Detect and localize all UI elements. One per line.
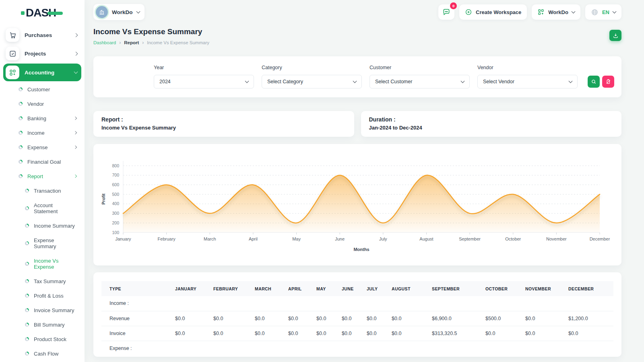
sidebar-report-item-income-vs-expense[interactable]: Income Vs Expense [3,253,81,274]
sidebar-subitem-financial-goal[interactable]: Financial Goal [3,154,81,169]
row-value: $500.0 [485,311,525,326]
bullet-ring-icon [25,262,29,266]
sidebar-report-item-income-summary[interactable]: Income Summary [3,218,81,233]
row-value: $0.0 [288,326,316,341]
sidebar-subitem-vendor[interactable]: Vendor [3,97,81,111]
sidebar-report-item-label: Profit & Loss [34,293,64,299]
sidebar-subitem-banking[interactable]: Banking [3,111,81,125]
category-select[interactable]: Select Category [262,75,362,88]
apply-filter-button[interactable] [588,76,600,88]
breadcrumb-item[interactable]: Dashboard [93,40,116,45]
sidebar-report-item-label: Cash Flow [34,351,58,357]
column-header: AUGUST [392,281,432,296]
year-select[interactable]: 2024 [154,75,254,88]
row-value: $6,900.0 [432,311,485,326]
chevron-right-icon [74,33,78,37]
breadcrumb-separator: › [142,40,144,45]
sidebar-subitem-report[interactable]: Report [3,169,81,183]
sidebar-report-item-product-stock[interactable]: Product Stock [3,332,81,346]
sidebar-subitem-expense[interactable]: Expense [3,140,81,154]
chevron-down-icon [353,79,357,83]
column-header: SEPTEMBER [432,281,485,296]
column-header: MAY [316,281,342,296]
sidebar-report-item-profit-loss[interactable]: Profit & Loss [3,288,81,303]
row-type: Revenue [101,311,175,326]
language-code: EN [602,9,609,15]
sidebar-report-item-cash-flow[interactable]: Cash Flow [3,346,81,361]
sidebar-report-item-transaction[interactable]: Transaction [3,183,81,198]
filter-label: Year [154,65,254,70]
plus-circle-icon [465,8,472,16]
sidebar-report-item-account-statement[interactable]: Account Statement [3,198,81,218]
download-button[interactable] [609,30,621,41]
table-body: Income :Revenue$0.0$0.0$0.0$0.0$0.0$0.0$… [101,296,613,356]
profit-area-chart[interactable]: 100200300400500600700800JanuaryFebruaryM… [100,152,615,257]
select-value: 2024 [159,79,171,84]
row-value: $0.0 [213,311,255,326]
section-heading: Income : [101,296,613,311]
report-value: Income Vs Expense Summary [101,125,346,131]
svg-text:February: February [158,237,176,241]
sidebar-report-item-expense-summary[interactable]: Expense Summary [3,233,81,253]
sidebar-subitem-label: Customer [27,86,50,93]
row-value: $0.0 [316,326,342,341]
customer-select[interactable]: Select Customer [369,75,470,88]
row-value: $0.0 [485,326,525,341]
cart-icon [6,28,19,42]
chevron-down-icon [136,10,140,14]
page-header: Income Vs Expense Summary Dashboard›Repo… [93,27,621,45]
sidebar-report-item-label: Income Vs Expense [34,258,76,270]
sidebar-item-accounting[interactable]: Accounting [3,64,81,81]
bullet-ring-icon [19,160,23,164]
chevron-right-icon [74,131,77,134]
filter-label: Category [262,65,362,70]
create-workspace-button[interactable]: Create Workspace [459,4,527,20]
svg-text:100: 100 [112,230,119,235]
building-icon [99,9,105,15]
report-label: Report : [101,116,346,123]
chevron-down-icon [461,79,465,83]
sidebar-report-item-bill-summary[interactable]: Bill Summary [3,317,81,332]
workspace-name: WorkDo [112,9,133,15]
sidebar-subitem-income[interactable]: Income [3,125,81,140]
language-selector[interactable]: EN [585,4,621,20]
svg-text:April: April [249,237,258,241]
table-row: Revenue$0.0$0.0$0.0$0.0$0.0$0.0$0.0$0.0$… [101,311,613,326]
sidebar-nav: PurchasesProjectsAccountingCustomerVendo… [0,26,85,361]
download-icon [613,33,619,39]
sidebar-report-item-invoice-summary[interactable]: Invoice Summary [3,303,81,317]
svg-text:300: 300 [112,211,119,216]
duration-summary-card: Duration : Jan-2024 to Dec-2024 [361,111,622,137]
workspace-button[interactable]: WorkDo [93,4,144,20]
sidebar-item-purchases[interactable]: Purchases [3,26,81,44]
svg-text:December: December [590,237,610,241]
select-value: Select Vendor [483,79,514,84]
bullet-ring-icon [19,145,23,149]
vendor-select[interactable]: Select Vendor [477,75,578,88]
sidebar-item-projects[interactable]: Projects [3,44,81,63]
app-logo[interactable]: DASH [0,0,85,26]
svg-text:500: 500 [112,192,119,197]
svg-text:600: 600 [112,182,119,187]
messages-button[interactable]: 0 [438,4,454,20]
sidebar-subitem-label: Income [27,130,45,136]
filter-label: Vendor [477,65,578,70]
sidebar-report-item-label: Income Summary [34,223,75,229]
sidebar-subitem-label: Financial Goal [27,159,61,165]
topbar: WorkDo 0 Create Workspace WorkDo [93,3,621,21]
sidebar-report-item-tax-summary[interactable]: Tax Summary [3,274,81,288]
workspace-switcher[interactable]: WorkDo [532,4,580,20]
breadcrumb-item[interactable]: Report [124,40,139,45]
chevron-right-icon [74,117,77,120]
row-value: $0.0 [175,326,213,341]
reset-filter-button[interactable] [602,76,614,88]
chevron-right-icon [74,146,77,149]
row-value: $0.0 [175,311,213,326]
sidebar-subitem-customer[interactable]: Customer [3,82,81,97]
row-value: $0.0 [568,326,613,341]
svg-text:200: 200 [112,220,119,225]
create-workspace-label: Create Workspace [476,9,521,15]
row-value: $0.0 [392,311,432,326]
breadcrumb-separator: › [119,40,121,45]
logo-accent-dot [21,11,25,15]
